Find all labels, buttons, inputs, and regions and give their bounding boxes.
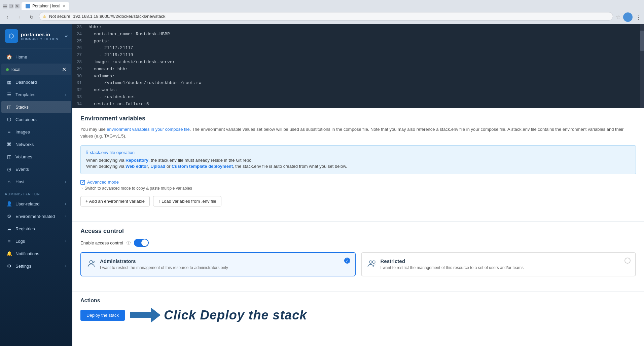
info-box-header: ℹ stack.env file operation [86,150,630,155]
administrators-card-description: I want to restrict the management of thi… [100,265,228,270]
add-env-variable-button[interactable]: + Add an environment variable [80,196,150,206]
sidebar-item-label: Events [15,167,66,172]
sidebar-item-stacks[interactable]: ◫ Stacks [1,101,71,113]
sidebar-item-label: Host [15,179,62,184]
administrators-card-content: Administrators I want to restrict the ma… [100,258,228,270]
restricted-card[interactable]: Restricted I want to restrict the manage… [361,252,636,276]
line-content: - 21119:21119 [86,52,644,59]
sidebar-item-host[interactable]: ⌂ Host › [1,176,71,188]
stacks-icon: ◫ [6,104,12,110]
sidebar-item-templates[interactable]: ☰ Templates › [1,88,71,101]
sidebar-item-local[interactable]: local ✕ [1,64,71,75]
tab-close-icon[interactable]: ✕ [62,4,65,8]
administrators-radio[interactable] [344,258,350,264]
restore-button[interactable]: ❐ [9,4,13,8]
code-lines: 23hbbr:24 container_name: Rustdesk-HBBR2… [72,24,644,108]
sidebar-item-environment-related[interactable]: ⚙ Environment-related › [1,210,71,222]
sidebar-item-networks[interactable]: ⌘ Networks [1,138,71,150]
profile-button[interactable] [623,12,633,22]
logo-text: portainer.io COMMUNITY EDITION [21,32,58,41]
advanced-mode-checkbox[interactable]: ✓ [80,180,85,185]
back-button[interactable]: ‹ [3,12,12,22]
restricted-card-content: Restricted I want to restrict the manage… [381,258,524,270]
line-number: 26 [72,45,86,52]
browser-title-bar: — ❐ ✕ Portainer | local ✕ [3,2,641,11]
sidebar-item-user-related[interactable]: 👤 User-related › [1,198,71,210]
sidebar-item-label: Volumes [15,154,66,159]
sidebar-item-images[interactable]: ≡ Images [1,126,71,138]
sidebar-item-settings[interactable]: ⚙ Settings › [1,260,71,272]
templates-icon: ☰ [6,92,12,97]
sidebar-item-label: Stacks [15,105,66,110]
code-line: 25 ports: [72,38,644,45]
code-editor[interactable]: 23hbbr:24 container_name: Rustdesk-HBBR2… [72,24,644,108]
more-options-button[interactable]: ⋮ [635,13,641,21]
scrollbar-track[interactable] [640,24,644,108]
administrators-card[interactable]: Administrators I want to restrict the ma… [80,252,356,276]
access-control-section: Access control Enable access control ⓘ [72,228,644,291]
close-button[interactable]: ✕ [15,4,20,8]
sidebar-item-label: Registries [15,226,66,231]
line-number: 25 [72,38,86,45]
restricted-card-description: I want to restrict the management of thi… [381,265,524,270]
toggle-info-icon[interactable]: ⓘ [127,240,131,246]
administrators-card-title: Administrators [100,258,228,264]
access-cards-container: Administrators I want to restrict the ma… [80,252,636,276]
user-related-icon: 👤 [6,201,12,206]
networks-icon: ⌘ [6,142,12,147]
env-close-icon[interactable]: ✕ [62,66,66,73]
enable-access-control-label: Enable access control [80,240,123,245]
load-env-file-button[interactable]: ↑ Load variables from .env file [153,196,221,206]
omnibar-container: ⚠ Not secure 192.168.1.18:9000/#!/2/dock… [39,12,613,22]
info-box-title: stack.env file operation [90,150,135,155]
env-variables-title: Environment variables [80,115,636,122]
reload-button[interactable]: ↻ [27,12,36,22]
sidebar: ⬡ portainer.io COMMUNITY EDITION « 🏠 Hom… [0,24,72,346]
sidebar-item-dashboard[interactable]: ▦ Dashboard [1,76,71,88]
sidebar-item-events[interactable]: ◷ Events [1,163,71,175]
chevron-down-icon: › [65,214,66,218]
address-bar[interactable]: ⚠ Not secure 192.168.1.18:9000/#!/2/dock… [39,12,613,21]
dashboard-icon: ▦ [6,79,12,85]
line-number: 32 [72,87,86,94]
code-line: 27 - 21119:21119 [72,52,644,59]
sidebar-item-home[interactable]: 🏠 Home [1,51,71,63]
code-line: 32 networks: [72,87,644,94]
sidebar-item-containers[interactable]: ⬡ Containers [1,113,71,125]
sidebar-logo: ⬡ portainer.io COMMUNITY EDITION « [0,24,72,48]
actions-section: Actions Deploy the stack Click Deploy th… [72,298,644,336]
images-icon: ≡ [6,129,12,134]
scrollbar-thumb[interactable] [640,31,644,51]
code-line: 33 - rustdesk-net [72,94,644,101]
chevron-down-icon: › [65,239,66,243]
env-link[interactable]: environment variables in your compose fi… [107,127,189,132]
minimize-button[interactable]: — [3,4,7,8]
sidebar-item-registries[interactable]: ☁ Registries [1,223,71,235]
line-content: - /volume1/docker/rustdeskhbbr:/root:rw [86,80,644,87]
security-icon: ⚠ [43,14,46,19]
registries-icon: ☁ [6,226,12,231]
browser-tab[interactable]: Portainer | local ✕ [22,2,69,10]
browser-nav-bar: ‹ › ↻ ⚠ Not secure 192.168.1.18:9000/#!/… [3,12,641,24]
line-number: 27 [72,52,86,59]
deploy-stack-button[interactable]: Deploy the stack [80,310,125,321]
code-line: 34 restart: on-failure:5 [72,101,644,108]
advanced-mode-toggle[interactable]: ✓ Advanced mode [80,180,636,185]
restricted-radio[interactable] [624,258,631,264]
containers-icon: ⬡ [6,117,12,122]
web-editor-link: Web editor [126,164,148,169]
sidebar-item-logs[interactable]: ≡ Logs › [1,235,71,247]
access-control-title: Access control [80,228,636,235]
url-display[interactable]: 192.168.1.18:9000/#!/2/docker/stacks/new… [73,14,609,19]
restricted-card-title: Restricted [381,258,524,264]
sidebar-collapse-button[interactable]: « [65,33,68,39]
line-number: 30 [72,73,86,80]
settings-icon: ⚙ [6,263,12,269]
sidebar-item-volumes[interactable]: ◫ Volumes [1,151,71,163]
forward-button[interactable]: › [15,12,24,22]
sidebar-item-notifications[interactable]: 🔔 Notifications [1,247,71,260]
sidebar-item-label: Settings [15,264,62,269]
access-control-toggle[interactable] [134,239,149,247]
info-box-line2: When deploying via Web editor, Upload or… [86,164,630,169]
bookmark-icon[interactable]: ☆ [616,14,620,20]
